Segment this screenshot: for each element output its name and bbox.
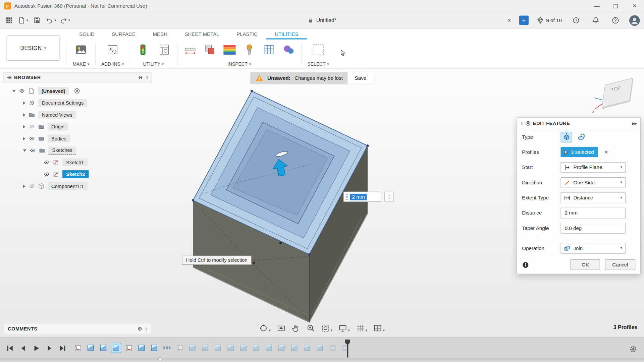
browser-item-component1[interactable]: Component1:1 — [3, 180, 152, 192]
distance-input[interactable]: 2 mm — [560, 207, 625, 218]
timeline-feature-item[interactable] — [162, 343, 172, 353]
record-icon[interactable] — [74, 88, 80, 94]
browser-item-sketch1[interactable]: Sketch1 — [3, 157, 152, 169]
visibility-eye-icon[interactable] — [30, 147, 36, 154]
timeline-feature-item[interactable] — [328, 343, 337, 353]
vertex-point[interactable] — [251, 90, 253, 92]
step-back-button[interactable] — [19, 344, 28, 354]
dimension-options-button[interactable]: ⋮ — [384, 192, 394, 202]
select-group-label[interactable]: SELECT▾ — [308, 60, 329, 69]
operation-dropdown[interactable]: Join ▾ — [560, 243, 625, 253]
orbit-button[interactable]: ▾ — [258, 322, 272, 334]
visibility-off-icon[interactable] — [29, 183, 35, 189]
expand-panel-icon[interactable]: ⊕ — [138, 325, 142, 331]
step-forward-button[interactable] — [45, 344, 54, 354]
timeline-feature-item[interactable] — [315, 343, 324, 353]
tab-plastic[interactable]: PLASTIC — [228, 29, 266, 40]
expander-icon[interactable] — [23, 125, 25, 128]
expander-icon[interactable] — [23, 184, 25, 188]
sketch-midpoint[interactable] — [279, 242, 282, 244]
status-utility-button[interactable] — [136, 43, 150, 57]
browser-item-bodies[interactable]: Bodies — [3, 133, 152, 145]
browser-item-document-settings[interactable]: Document Settings — [3, 97, 152, 109]
dimension-input[interactable]: 2 mm — [343, 192, 381, 202]
save-document-button[interactable]: Save — [347, 72, 374, 84]
visibility-eye-icon[interactable] — [44, 171, 50, 177]
minimize-button[interactable]: — — [587, 0, 606, 12]
tab-solid[interactable]: SOLID — [71, 29, 103, 40]
expander-icon[interactable] — [23, 149, 26, 152]
vertex-point[interactable] — [366, 144, 369, 147]
cancel-button[interactable]: Cancel — [605, 259, 636, 270]
clear-selection-button[interactable]: × — [602, 148, 610, 156]
extrude-type-button[interactable] — [560, 131, 572, 142]
select-button[interactable] — [311, 43, 325, 57]
visibility-eye-icon[interactable] — [44, 159, 50, 165]
browser-item-origin[interactable]: Origin — [3, 121, 152, 133]
curvature-analysis-button[interactable] — [222, 43, 236, 57]
model-canvas[interactable]: ! Unsaved: Changes may be lost Save ◀◀ B… — [0, 69, 644, 338]
visibility-eye-icon[interactable] — [29, 135, 35, 141]
taper-angle-input[interactable]: 0.0 deg — [560, 223, 625, 233]
timeline-feature-item[interactable] — [201, 343, 210, 353]
timeline-feature-item[interactable] — [99, 343, 108, 353]
workspace-selector[interactable]: DESIGN ▾ — [7, 35, 60, 61]
addins-button[interactable] — [106, 43, 120, 57]
interference-button[interactable] — [203, 43, 217, 57]
timeline-feature-item[interactable] — [238, 343, 248, 353]
timeline-feature-item[interactable] — [289, 343, 299, 353]
timeline-feature-item[interactable] — [137, 343, 146, 353]
undo-button[interactable]: ▾ — [45, 14, 57, 26]
browser-item-sketches[interactable]: Sketches — [3, 144, 152, 157]
dialog-expand-icon[interactable]: ▶▶ — [632, 121, 637, 125]
go-to-end-button[interactable] — [58, 344, 67, 354]
timeline-feature-item[interactable] — [226, 343, 235, 353]
profiles-selected-button[interactable]: 3 selected — [560, 147, 598, 157]
document-tab[interactable]: Untitled* — [308, 17, 336, 23]
panel-drag-handle[interactable]: ‖ — [146, 326, 148, 331]
ok-button[interactable]: OK — [571, 259, 600, 270]
help-button[interactable] — [609, 14, 621, 26]
user-avatar[interactable] — [629, 15, 640, 26]
collapse-panel-icon[interactable]: ◀◀ — [7, 75, 10, 79]
file-menu-button[interactable]: ▾ — [17, 14, 29, 26]
play-button[interactable] — [32, 344, 41, 354]
timeline-feature-item[interactable] — [188, 343, 197, 353]
view-cube[interactable]: TOP x — [591, 75, 641, 114]
look-at-button[interactable] — [275, 322, 286, 334]
direction-dropdown[interactable]: One Side ▾ — [560, 177, 625, 188]
tab-close-button[interactable]: × — [504, 15, 514, 25]
timeline-marker[interactable] — [347, 340, 348, 357]
timeline-feature-item[interactable] — [340, 343, 350, 353]
make-group-label[interactable]: MAKE▾ — [73, 60, 90, 69]
extensions-button[interactable]: 9 of 10 — [536, 16, 562, 24]
grid-settings-button[interactable]: ▾ — [355, 322, 369, 334]
close-button[interactable]: × — [625, 0, 644, 12]
viewports-button[interactable]: ▾ — [372, 322, 386, 334]
section-analysis-button[interactable] — [242, 43, 256, 57]
tab-surface[interactable]: SURFACE — [103, 29, 144, 40]
app-grid-button[interactable] — [3, 14, 15, 26]
comments-panel[interactable]: COMMENTS ⊕ ‖ — [3, 323, 152, 334]
expander-icon[interactable] — [23, 101, 25, 105]
timeline-scrollbar[interactable] — [0, 358, 644, 360]
timeline-feature-item[interactable] — [175, 343, 184, 353]
save-button[interactable] — [31, 14, 43, 26]
tab-utilities[interactable]: UTILITIES — [266, 29, 307, 40]
visibility-eye-icon[interactable] — [19, 88, 25, 94]
visibility-off-icon[interactable] — [29, 124, 35, 130]
vertex-point[interactable] — [308, 253, 310, 256]
notifications-button[interactable] — [590, 14, 601, 26]
tab-mesh[interactable]: MESH — [144, 29, 176, 40]
timeline-feature-item[interactable] — [86, 343, 95, 353]
timeline-feature-item[interactable] — [111, 343, 121, 353]
extent-type-dropdown[interactable]: Distance ▾ — [560, 192, 625, 203]
display-settings-button[interactable]: ▾ — [337, 322, 351, 334]
redo-button[interactable]: ▾ — [59, 14, 70, 26]
maximize-button[interactable] — [606, 0, 625, 12]
tab-sheet-metal[interactable]: SHEET METAL — [176, 29, 228, 40]
zoom-button[interactable] — [305, 322, 316, 334]
measure-button[interactable] — [183, 43, 197, 57]
start-dropdown[interactable]: Profile Plane ▾ — [560, 162, 625, 173]
timeline-feature-item[interactable] — [251, 343, 261, 353]
